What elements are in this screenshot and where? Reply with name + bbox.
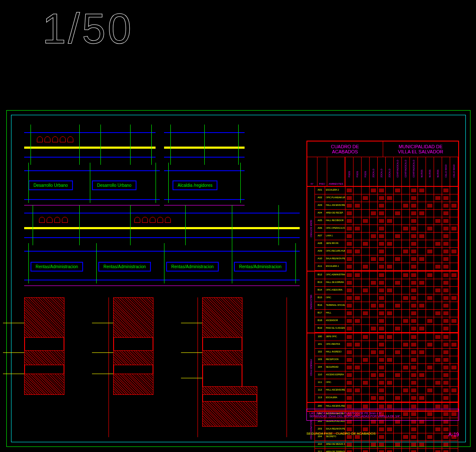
cell: [345, 287, 354, 294]
table-row: 110ASCENS ESPERA: [315, 372, 458, 379]
row-cells: [345, 356, 458, 363]
cell: [434, 364, 442, 371]
row-ambiente: PASO EL S.ASCENSORES: [325, 325, 345, 332]
cell: [354, 387, 362, 394]
cell: [345, 325, 354, 332]
cell: [378, 372, 386, 379]
cell: [402, 379, 410, 386]
cell: [450, 349, 458, 356]
cell: [378, 379, 386, 386]
title-underline-2: [164, 205, 245, 205]
table-row: 210AREA DE MESAS 4: [315, 441, 458, 449]
row-cells: [345, 294, 458, 302]
cell: [354, 263, 362, 270]
cell: [402, 225, 410, 232]
cell: [442, 325, 450, 332]
table-row: B14OFIC.ASESORIA: [315, 287, 458, 294]
table-row: B15OFIC.: [315, 294, 458, 302]
cell: [450, 233, 458, 240]
cell: [362, 387, 370, 394]
cell: [442, 379, 450, 386]
cell: [426, 372, 434, 379]
cell: [426, 202, 434, 209]
cell: [402, 255, 410, 263]
col-hdr: MUROS: [418, 157, 426, 186]
row-code: 113: [315, 394, 325, 402]
cell: [410, 294, 418, 302]
col-hdr: PISOS: [345, 157, 354, 186]
cell: [394, 255, 402, 263]
cell: [345, 248, 354, 255]
row-ambiente: SALA REUNION PERSONAL: [325, 255, 345, 263]
cell: [394, 341, 402, 348]
cell: [354, 449, 362, 452]
cell: [450, 449, 458, 452]
row-cells: [345, 379, 458, 386]
row-ambiente: HALL ASCENSORES: [325, 202, 345, 209]
row-cells: [345, 187, 458, 194]
cell: [362, 302, 370, 309]
cell: [410, 449, 418, 452]
cell: [410, 225, 418, 232]
cell: [386, 310, 394, 317]
cell: [410, 202, 418, 209]
cell: [345, 225, 354, 232]
cell: [450, 387, 458, 394]
cell: [402, 325, 410, 332]
cell: [418, 225, 426, 232]
cell: [354, 317, 362, 324]
cell: [426, 441, 434, 448]
cell: [442, 310, 450, 317]
row-code: 110: [315, 372, 325, 379]
cell: [386, 194, 394, 202]
cell: [354, 248, 362, 255]
row-ambiente: AREA DE TERRAZA 5: [325, 449, 345, 452]
row-cells: [345, 287, 458, 294]
cell: [418, 364, 426, 371]
table-row: 111OFIC.: [315, 379, 458, 387]
cell: [345, 394, 354, 402]
cell: [402, 441, 410, 448]
cell: [434, 449, 442, 452]
cell: [345, 279, 354, 286]
row-ambiente: ASCENSOR: [325, 317, 345, 324]
cell: [370, 317, 378, 324]
cell: [418, 341, 426, 348]
cell: [345, 217, 354, 225]
row-code: B18: [315, 317, 325, 324]
cell: [370, 210, 378, 217]
col-hdr: ZOCALO: [378, 157, 386, 186]
cell: [386, 263, 394, 270]
cell: [434, 233, 442, 240]
cell: [370, 333, 378, 341]
cell: [410, 187, 418, 194]
cell: [418, 287, 426, 294]
cell: [434, 279, 442, 286]
cell: [410, 387, 418, 394]
cell: [418, 349, 426, 356]
cell: [434, 294, 442, 302]
cell: [394, 364, 402, 371]
cell: [378, 449, 386, 452]
cell: [450, 248, 458, 255]
cell: [410, 287, 418, 294]
cell: [378, 333, 386, 341]
row-code: A03: [315, 202, 325, 209]
cell: [362, 279, 370, 286]
cell: [386, 449, 394, 452]
cell: [345, 449, 354, 452]
cell: [442, 272, 450, 279]
row-code: 112: [315, 387, 325, 394]
cell: [426, 287, 434, 294]
row-ambiente: AREA DE RECEP.: [325, 210, 345, 217]
cell: [370, 349, 378, 356]
cell: [345, 294, 354, 302]
cell: [378, 194, 386, 202]
row-cells: [345, 248, 458, 255]
cell: [410, 364, 418, 371]
cell: [362, 379, 370, 386]
table-row: A01ESCALERA 2: [315, 187, 458, 194]
cell: [402, 341, 410, 348]
cell: [434, 187, 442, 194]
cell: [370, 387, 378, 394]
